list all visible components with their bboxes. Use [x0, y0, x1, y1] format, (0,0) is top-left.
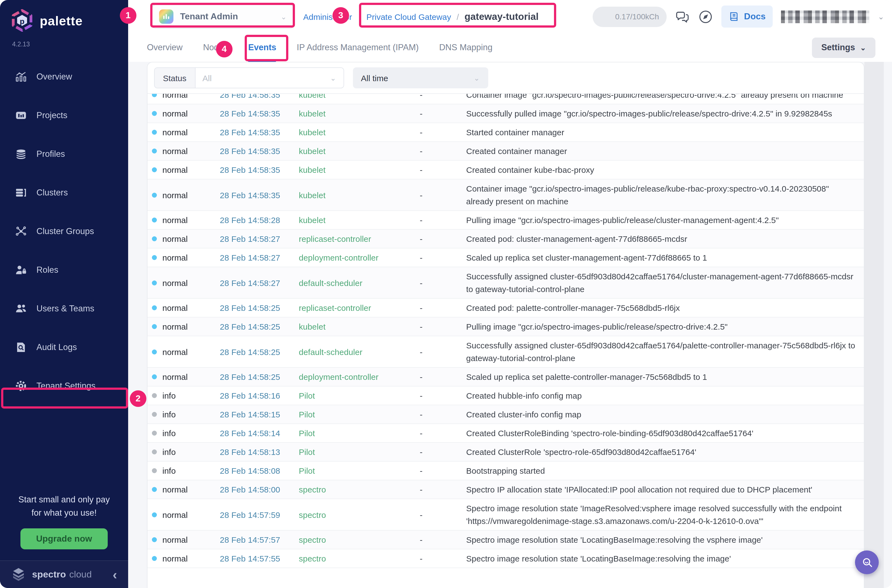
status-dot-icon	[152, 468, 157, 473]
sidebar-item-clusters[interactable]: Clusters	[0, 173, 128, 212]
event-row: info28 Feb 14:58:15Pilot-Created cluster…	[147, 405, 864, 424]
sidebar-item-roles[interactable]: Roles	[0, 250, 128, 289]
event-status: normal	[147, 214, 220, 226]
sidebar-item-cluster-groups[interactable]: Cluster Groups	[0, 212, 128, 250]
event-timestamp: 28 Feb 14:57:59	[220, 508, 299, 521]
event-status: normal	[147, 533, 220, 546]
event-status: normal	[147, 189, 220, 201]
upgrade-now-button[interactable]: Upgrade now	[21, 528, 108, 549]
user-account-name-redacted[interactable]	[781, 10, 869, 23]
status-dot-icon	[152, 537, 157, 542]
annotation-badge-4: 4	[216, 41, 233, 57]
event-message: Scaled up replica set palette-controller…	[466, 370, 864, 383]
event-row: normal28 Feb 14:58:27deployment-controll…	[147, 249, 864, 267]
sidebar-collapse-chevron-icon[interactable]: ‹	[113, 568, 117, 581]
event-message: Created pod: palette-controller-manager-…	[466, 302, 864, 314]
event-message: Spectro image resolution state 'ImageRes…	[466, 502, 864, 527]
event-status: normal	[147, 126, 220, 139]
sidebar-item-projects[interactable]: Projects	[0, 96, 128, 135]
event-message: Created pod: cluster-management-agent-77…	[466, 232, 864, 245]
event-source: Pilot	[299, 464, 420, 477]
chat-icon[interactable]	[675, 9, 690, 24]
sidebar-item-profiles[interactable]: Profiles	[0, 135, 128, 173]
time-range-select[interactable]: All time ⌄	[353, 68, 488, 88]
annotation-badge-1: 1	[120, 7, 137, 24]
tab-overview[interactable]: Overview	[147, 33, 183, 62]
event-timestamp: 28 Feb 14:58:00	[220, 483, 299, 496]
event-message: Container image "gcr.io/spectro-images-p…	[466, 94, 864, 101]
tab-dns-mapping[interactable]: DNS Mapping	[439, 33, 493, 62]
tenant-scope-selector[interactable]: Tenant Admin ⌄	[152, 4, 294, 29]
event-status: info	[147, 446, 220, 458]
event-message: Started container manager	[466, 126, 864, 139]
breadcrumb-private-cloud-gateway-link[interactable]: Private Cloud Gateway	[366, 12, 451, 21]
annotation-badge-2: 2	[130, 390, 146, 407]
chevron-down-icon: ⌄	[474, 74, 480, 82]
event-source: replicaset-controller	[299, 302, 420, 314]
event-message: Container image "gcr.io/spectro-images-p…	[466, 182, 864, 208]
sidebar-item-users-teams[interactable]: Users & Teams	[0, 289, 128, 328]
status-dot-icon	[152, 192, 157, 197]
status-dot-icon	[152, 374, 157, 379]
event-row: normal28 Feb 14:58:35kubelet-Container i…	[147, 179, 864, 211]
sidebar: p palette 4.2.13 OverviewProjectsProfile…	[0, 0, 128, 588]
event-source: default-scheduler	[299, 276, 420, 289]
docs-button[interactable]: Docs	[721, 6, 773, 28]
event-row: normal28 Feb 14:58:27default-scheduler-S…	[147, 267, 864, 299]
explore-compass-icon[interactable]	[698, 9, 713, 24]
app-version: 4.2.13	[0, 33, 128, 48]
sidebar-item-label: Audit Logs	[36, 342, 77, 352]
event-status: normal	[147, 164, 220, 176]
sidebar-item-audit-logs[interactable]: Audit Logs	[0, 328, 128, 367]
event-source: kubelet	[299, 94, 420, 101]
users-teams-icon	[15, 303, 27, 315]
event-status: info	[147, 464, 220, 477]
filter-bar: Status All ⌄ All time ⌄	[147, 62, 864, 94]
time-range-value: All time	[361, 73, 388, 82]
tab-ip-address-management-ipam-[interactable]: IP Address Management (IPAM)	[297, 33, 419, 62]
projects-icon	[15, 110, 27, 122]
event-source: kubelet	[299, 164, 420, 176]
tab-events[interactable]: Events	[248, 33, 276, 62]
event-involved-object: -	[420, 214, 466, 226]
magnifier-smile-icon	[860, 556, 874, 569]
status-dot-icon	[152, 94, 157, 97]
status-filter-label: Status	[155, 68, 195, 88]
event-involved-object: -	[420, 107, 466, 120]
scrollbar-track[interactable]	[864, 62, 884, 588]
event-row: normal28 Feb 14:58:35kubelet-Successfull…	[147, 104, 864, 123]
event-source: Pilot	[299, 446, 420, 458]
user-menu-chevron-down-icon[interactable]: ⌄	[878, 12, 884, 21]
settings-button[interactable]: Settings ⌄	[812, 37, 875, 58]
event-source: Pilot	[299, 427, 420, 440]
sidebar-item-label: Overview	[36, 72, 72, 82]
sidebar-item-label: Clusters	[36, 188, 68, 198]
help-search-fab[interactable]	[855, 550, 879, 574]
status-dot-icon	[152, 349, 157, 354]
event-status: normal	[147, 276, 220, 289]
event-involved-object: -	[420, 276, 466, 289]
event-involved-object: -	[420, 508, 466, 521]
event-source: kubelet	[299, 107, 420, 120]
event-timestamp: 28 Feb 14:58:13	[220, 446, 299, 458]
sidebar-item-overview[interactable]: Overview	[0, 57, 128, 96]
event-involved-object: -	[420, 189, 466, 201]
sidebar-item-tenant-settings[interactable]: Tenant Settings	[0, 367, 128, 405]
event-row: normal28 Feb 14:58:25kubelet-Pulling ima…	[147, 318, 864, 336]
event-timestamp: 28 Feb 14:58:35	[220, 94, 299, 101]
sidebar-item-label: Projects	[36, 110, 68, 120]
event-row: normal28 Feb 14:57:57spectro-Spectro ima…	[147, 531, 864, 549]
chevron-down-icon: ⌄	[860, 44, 866, 52]
status-dot-icon	[152, 130, 157, 135]
event-status: normal	[147, 145, 220, 158]
event-message: Spectro IP allocation state 'IPAllocated…	[466, 483, 864, 496]
event-message: Successfully assigned cluster-65df903d80…	[466, 339, 864, 364]
event-involved-object: -	[420, 446, 466, 458]
gear-icon	[15, 380, 27, 392]
event-status: normal	[147, 232, 220, 245]
overview-chart-icon	[15, 70, 27, 83]
event-involved-object: -	[420, 126, 466, 139]
event-status: normal	[147, 107, 220, 120]
event-timestamp: 28 Feb 14:58:16	[220, 389, 299, 402]
status-filter-select[interactable]: Status All ⌄	[154, 68, 344, 88]
